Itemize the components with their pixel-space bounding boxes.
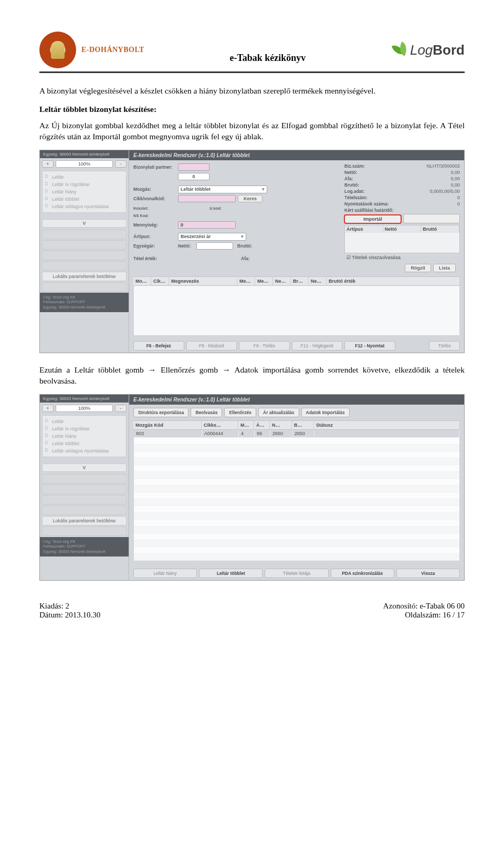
adatok-importalas-button[interactable]: Adatok Importálás	[301, 408, 350, 417]
tree-item[interactable]: Leltár hiány	[44, 188, 125, 195]
col-head[interactable]: Ne…	[273, 277, 291, 285]
label-brutto: Bruttó:	[237, 243, 252, 249]
cikk-input[interactable]	[178, 195, 236, 202]
col-head[interactable]: Mo…	[133, 277, 151, 285]
vissza-button[interactable]: Vissza	[396, 569, 460, 578]
ar-aktualizalas-button[interactable]: Ár aktualizálás	[258, 408, 299, 417]
col-head[interactable]: N…	[270, 421, 292, 429]
tetelek-listaja-button[interactable]: Tételek listája	[265, 569, 328, 578]
col-head[interactable]: M…	[238, 421, 254, 429]
tree-item[interactable]: Leltár	[44, 418, 125, 425]
mozgas-select[interactable]: Leltár többlet	[178, 186, 267, 193]
zoom-plus-button[interactable]: +	[42, 160, 54, 168]
mini-col: Ártípus	[345, 225, 383, 233]
footer-azonosito: Azonosító: e-Tabak 06 00	[383, 602, 465, 611]
status-line: Cég: Teszt cég Kft.	[43, 295, 125, 300]
ellenorzes-button[interactable]: Ellenőrzés	[224, 408, 256, 417]
status-line: Cég: Teszt cég Kft.	[43, 539, 125, 544]
checkbox-tetelek[interactable]: ☑	[346, 255, 352, 260]
side-button[interactable]	[42, 474, 127, 483]
side-button[interactable]	[42, 495, 127, 504]
side-button[interactable]	[42, 506, 127, 515]
zoom-field[interactable]: 100%	[56, 405, 113, 412]
side-button[interactable]	[42, 261, 127, 271]
beolvasas-button[interactable]: Beolvasás	[191, 408, 222, 417]
cell: 2650	[292, 430, 314, 437]
value-r-netto: 0,00	[450, 170, 460, 175]
f6-button[interactable]: F6 - Befejez	[133, 341, 184, 351]
col-head[interactable]: Cik…	[151, 277, 169, 285]
label-biz-partner: Bizonylati partner:	[133, 164, 178, 170]
side-button[interactable]	[42, 485, 127, 494]
page-title: e-Tabak kézikönyv	[144, 53, 391, 64]
mennyiseg-input[interactable]: 0	[178, 221, 236, 229]
col-head[interactable]: Megnevezés	[169, 277, 237, 285]
leltar-tobblet-button[interactable]: Leltár többlet	[199, 569, 262, 578]
col-head[interactable]: Státusz	[314, 421, 460, 429]
zoom-minus-button[interactable]: -	[115, 160, 127, 168]
value-nyomt: 0	[457, 201, 460, 207]
col-head[interactable]: Me…	[255, 277, 273, 285]
f8-button[interactable]: F8 - Módosít	[186, 341, 237, 351]
col-head[interactable]: Cikks…	[202, 421, 238, 429]
collapse-toggle[interactable]: V	[42, 463, 127, 472]
value-tetelszam: 0	[457, 195, 460, 200]
side-button[interactable]	[42, 282, 127, 292]
cell: 99	[255, 430, 270, 437]
f11-button[interactable]: F11 - Véglegesít	[292, 341, 343, 351]
label-keszlet: Készlet:	[133, 206, 178, 211]
label-r-netto: Nettó:	[344, 170, 358, 175]
col-head[interactable]: Á…	[254, 421, 270, 429]
lokalis-button[interactable]: Lokális paraméterek betöltése	[42, 272, 127, 281]
logbord-bord: Bord	[433, 42, 465, 58]
leltar-hiany-button[interactable]: Leltár hiány	[133, 569, 197, 578]
artipus-select[interactable]: Beszerzési ár	[178, 233, 246, 241]
biz-partner-input[interactable]	[178, 163, 209, 171]
zoom-plus-button[interactable]: +	[42, 405, 54, 412]
footer-kiadas: Kiadás: 2	[39, 602, 100, 611]
side-button[interactable]	[42, 230, 127, 239]
label-log: Log.adat:	[344, 189, 364, 194]
tree-item[interactable]: Leltár	[44, 173, 125, 181]
importal-button[interactable]: Importál	[344, 215, 401, 223]
collapse-toggle[interactable]: V	[42, 219, 127, 228]
col-head[interactable]: Ne…	[309, 277, 327, 285]
tree-item[interactable]: Leltár többlet	[44, 195, 125, 203]
zoom-field[interactable]: 100%	[56, 160, 113, 168]
label-ukod: U.kód:	[209, 206, 222, 211]
side-button[interactable]	[42, 527, 127, 536]
status-line: Felhasználó: SUPPORT	[43, 300, 125, 305]
col-head[interactable]: B…	[292, 421, 314, 429]
value-log: 0,00/0,00/0,00	[429, 189, 460, 194]
netto-input[interactable]	[196, 242, 233, 250]
col-head[interactable]: Br…	[291, 277, 309, 285]
struktura-export-button[interactable]: Struktúra exportálása	[133, 408, 188, 417]
edohanybolt-logo	[39, 32, 76, 68]
tree-item[interactable]: Leltár utólagos nyomtatása	[44, 447, 125, 455]
keres-button[interactable]: Keres	[238, 195, 262, 202]
label-r-brutto: Bruttó:	[344, 182, 359, 188]
f12-button[interactable]: F12 - Nyomtat	[344, 341, 395, 351]
tree-item[interactable]: Leltár többlet	[44, 440, 125, 447]
col-head[interactable]: Me…	[237, 277, 255, 285]
lista-button[interactable]: Lista	[433, 264, 456, 272]
paragraph-3: Az Új bizonylat gombbal kezdődhet meg a …	[39, 120, 465, 142]
tree-item[interactable]: Leltár hiány	[44, 432, 125, 440]
col-head[interactable]: Mozgás Kód	[133, 421, 202, 429]
side-button[interactable]	[42, 251, 127, 260]
col-head[interactable]: Bruttó érték	[327, 277, 460, 285]
tree-item[interactable]: Leltár ív rögzítése	[44, 181, 125, 188]
label-kert: Kért szállítási határidő:	[344, 208, 394, 213]
pda-szink-button[interactable]: PDA szinkronizálás	[331, 569, 394, 578]
side-button[interactable]	[42, 240, 127, 250]
label-nyomt: Nyomtatások száma:	[344, 201, 389, 207]
tree-item[interactable]: Leltár utólagos nyomtatása	[44, 203, 125, 210]
status-footer: Cég: Teszt cég Kft. Felhasználó: SUPPORT…	[40, 537, 129, 557]
zoom-minus-button[interactable]: -	[115, 405, 127, 412]
rogzit-button[interactable]: Rögzít	[405, 264, 431, 272]
lokalis-button[interactable]: Lokális paraméterek betöltése	[42, 516, 127, 525]
f9-button[interactable]: F9 - Törlés	[239, 341, 290, 351]
torles-button[interactable]: Törlés	[429, 341, 460, 351]
cell: 803	[134, 430, 202, 437]
tree-item[interactable]: Leltár ív rögzítése	[44, 425, 125, 432]
